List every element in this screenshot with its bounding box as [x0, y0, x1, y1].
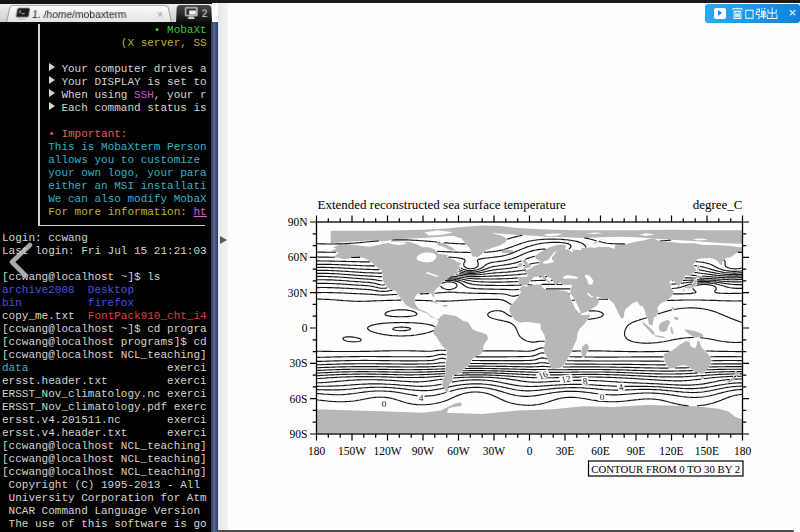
svg-text:60S: 60S: [290, 393, 308, 405]
svg-text:0: 0: [302, 322, 308, 334]
svg-text:CONTOUR FROM 0 TO 30 BY 2: CONTOUR FROM 0 TO 30 BY 2: [591, 463, 740, 475]
svg-text:150W: 150W: [338, 445, 366, 457]
svg-text:60N: 60N: [288, 251, 309, 263]
svg-text:30N: 30N: [288, 287, 309, 299]
svg-text:30S: 30S: [290, 357, 308, 369]
svg-text:90N: 90N: [288, 216, 309, 228]
svg-text:90W: 90W: [412, 445, 435, 457]
svg-text:90E: 90E: [627, 445, 646, 457]
svg-text:60E: 60E: [591, 445, 610, 457]
svg-text:150E: 150E: [695, 445, 719, 457]
svg-text:0: 0: [527, 445, 533, 457]
svg-text:degree_C: degree_C: [693, 197, 743, 212]
svg-text:0: 0: [600, 392, 605, 402]
svg-text:180: 180: [734, 445, 752, 457]
svg-text:4: 4: [419, 393, 424, 403]
svg-text:120E: 120E: [659, 445, 683, 457]
svg-text:30W: 30W: [483, 445, 506, 457]
svg-text:0: 0: [382, 399, 387, 409]
svg-text:90S: 90S: [290, 428, 308, 440]
svg-text:180: 180: [308, 445, 326, 457]
svg-text:Extended reconstructed sea sur: Extended reconstructed sea surface tempe…: [318, 197, 567, 212]
svg-text:30E: 30E: [556, 445, 575, 457]
svg-text:120W: 120W: [373, 445, 401, 457]
svg-text:60W: 60W: [447, 445, 470, 457]
